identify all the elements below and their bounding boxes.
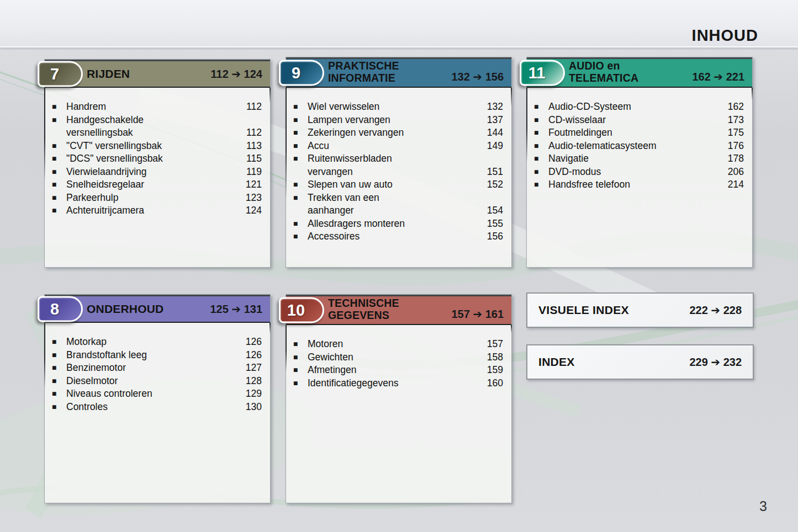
section-page-range: 132 ➔ 156 xyxy=(446,70,504,84)
toc-page-number: 175 xyxy=(728,126,744,140)
bullet-square-icon: ■ xyxy=(534,126,548,140)
toc-item[interactable]: ■Accu149 xyxy=(293,140,503,153)
toc-item[interactable]: ■Motorkap126 xyxy=(52,336,262,349)
toc-item[interactable]: ■Handgeschakelde versnellingsbak112 xyxy=(52,114,262,140)
toc-page-number: 214 xyxy=(728,178,744,191)
section-card-praktische-informatie: 9 PRAKTISCHE INFORMATIE 132 ➔ 156 ■Wiel … xyxy=(286,57,512,268)
toc-item[interactable]: ■Handsfree telefoon214 xyxy=(534,178,744,191)
section-body: ■Handrem112 ■Handgeschakelde versnelling… xyxy=(45,88,270,217)
toc-page-number: 119 xyxy=(246,166,262,179)
bullet-square-icon: ■ xyxy=(52,349,66,362)
bullet-square-icon: ■ xyxy=(293,217,308,231)
toc-item[interactable]: ■Trekken van een aanhanger154 xyxy=(293,191,503,217)
bullet-square-icon: ■ xyxy=(52,152,66,166)
toc-item[interactable]: ■Wiel verwisselen132 xyxy=(293,100,503,114)
toc-item[interactable]: ■Navigatie178 xyxy=(534,152,744,166)
toc-item[interactable]: ■Accessoires156 xyxy=(293,230,503,243)
toc-item[interactable]: ■Snelheidsregelaar121 xyxy=(52,178,262,191)
toc-item[interactable]: ■Vierwielaandrijving119 xyxy=(52,166,262,179)
toc-item[interactable]: ■Zekeringen vervangen144 xyxy=(293,126,503,140)
toc-page-number: 152 xyxy=(487,178,503,191)
toc-item[interactable]: ■Gewichten158 xyxy=(293,351,503,364)
bullet-square-icon: ■ xyxy=(293,178,308,191)
toc-page-number: 178 xyxy=(728,152,744,166)
toc-item[interactable]: ■Lampen vervangen137 xyxy=(293,114,503,127)
toc-item[interactable]: ■Motoren157 xyxy=(293,338,503,351)
bullet-square-icon: ■ xyxy=(52,166,66,179)
toc-list: ■Audio-CD-Systeem162 ■CD-wisselaar173 ■F… xyxy=(527,88,752,191)
bullet-square-icon: ■ xyxy=(52,387,66,401)
toc-item[interactable]: ■Ruitenwisserbladen vervangen151 xyxy=(293,152,503,178)
toc-page-number: 124 xyxy=(246,204,262,217)
section-title: RIJDEN xyxy=(87,67,130,80)
toc-item[interactable]: ■Parkeerhulp123 xyxy=(52,191,262,205)
bullet-square-icon: ■ xyxy=(293,338,308,351)
toc-list: ■Motorkap126 ■Brandstoftank leeg126 ■Ben… xyxy=(45,323,270,413)
toc-page-number: 128 xyxy=(246,375,262,388)
toc-item[interactable]: ■CD-wisselaar173 xyxy=(534,114,744,127)
bullet-square-icon: ■ xyxy=(52,336,66,349)
bullet-square-icon: ■ xyxy=(52,204,66,217)
bullet-square-icon: ■ xyxy=(52,178,66,191)
toc-item[interactable]: ■Foutmeldingen175 xyxy=(534,126,744,140)
section-number-badge: 10 xyxy=(279,297,324,323)
toc-item[interactable]: ■Niveaus controleren129 xyxy=(52,387,262,401)
section-number-badge: 7 xyxy=(38,61,83,87)
toc-list: ■Motoren157 ■Gewichten158 ■Afmetingen159… xyxy=(286,325,511,390)
toc-page-number: 132 xyxy=(487,100,503,114)
toc-item[interactable]: ■Controles130 xyxy=(52,401,262,414)
toc-item[interactable]: ■"DCS" versnellingsbak115 xyxy=(52,152,262,166)
toc-page-number: 126 xyxy=(246,349,262,362)
bullet-square-icon: ■ xyxy=(534,152,548,166)
toc-page-number: 158 xyxy=(487,351,503,364)
page-title: INHOUD xyxy=(692,26,758,45)
section-title: ONDERHOUD xyxy=(87,302,163,315)
bullet-square-icon: ■ xyxy=(52,361,66,375)
section-header[interactable]: 8 ONDERHOUD 125 ➔ 131 xyxy=(45,295,270,323)
toc-item[interactable]: ■Afmetingen159 xyxy=(293,364,503,377)
section-header[interactable]: 11 AUDIO en TELEMATICA 162 ➔ 221 xyxy=(527,57,752,88)
section-header[interactable]: 10 TECHNISCHE GEGEVENS 157 ➔ 161 xyxy=(286,295,511,325)
toc-page-number: 162 xyxy=(728,100,744,114)
toc-item[interactable]: ■Handrem112 xyxy=(52,100,262,114)
section-card-onderhoud: 8 ONDERHOUD 125 ➔ 131 ■Motorkap126 ■Bran… xyxy=(44,294,271,503)
bullet-square-icon: ■ xyxy=(52,140,66,153)
section-header[interactable]: 9 PRAKTISCHE INFORMATIE 132 ➔ 156 xyxy=(286,57,511,88)
bullet-square-icon: ■ xyxy=(293,230,308,243)
toc-item[interactable]: ■Identificatiegegevens160 xyxy=(293,377,503,390)
bullet-square-icon: ■ xyxy=(534,178,548,191)
bullet-square-icon: ■ xyxy=(52,114,66,127)
toc-item[interactable]: ■Allesdragers monteren155 xyxy=(293,217,503,231)
page-number: 3 xyxy=(759,498,767,514)
toc-item[interactable]: ■Dieselmotor128 xyxy=(52,375,262,388)
toc-item[interactable]: ■Brandstoftank leeg126 xyxy=(52,349,262,362)
toc-item[interactable]: ■Benzinemotor127 xyxy=(52,361,262,375)
section-body: ■Wiel verwisselen132 ■Lampen vervangen13… xyxy=(286,88,511,243)
index-box[interactable]: INDEX 229 ➔ 232 xyxy=(526,344,754,380)
bullet-square-icon: ■ xyxy=(534,114,548,127)
visual-index-box[interactable]: VISUELE INDEX 222 ➔ 228 xyxy=(526,292,754,328)
section-body: ■Motorkap126 ■Brandstoftank leeg126 ■Ben… xyxy=(45,323,270,413)
toc-page-number: 144 xyxy=(487,126,503,140)
toc-item[interactable]: ■Audio-telematicasysteem176 xyxy=(534,140,744,153)
toc-item[interactable]: ■DVD-modus206 xyxy=(534,166,744,179)
toc-item[interactable]: ■Audio-CD-Systeem162 xyxy=(534,100,744,114)
bullet-square-icon: ■ xyxy=(293,114,308,127)
toc-page-number: 176 xyxy=(728,140,744,153)
bullet-square-icon: ■ xyxy=(293,100,308,114)
section-header[interactable]: 7 RIJDEN 112 ➔ 124 xyxy=(45,60,270,88)
bullet-square-icon: ■ xyxy=(293,152,308,166)
bullet-square-icon: ■ xyxy=(293,126,308,140)
toc-page-number: 173 xyxy=(728,114,744,127)
toc-page-number: 154 xyxy=(487,204,503,217)
toc-page-number: 126 xyxy=(246,336,262,349)
toc-item[interactable]: ■"CVT" versnellingsbak113 xyxy=(52,140,262,153)
toc-item[interactable]: ■Achteruitrijcamera124 xyxy=(52,204,262,217)
bullet-square-icon: ■ xyxy=(534,140,548,153)
section-number-badge: 9 xyxy=(279,60,324,86)
toc-page-number: 155 xyxy=(487,217,503,231)
section-page-range: 157 ➔ 161 xyxy=(446,307,504,321)
visual-index-page-range: 222 ➔ 228 xyxy=(689,304,742,317)
toc-item[interactable]: ■Slepen van uw auto152 xyxy=(293,178,503,191)
bullet-square-icon: ■ xyxy=(534,166,548,179)
